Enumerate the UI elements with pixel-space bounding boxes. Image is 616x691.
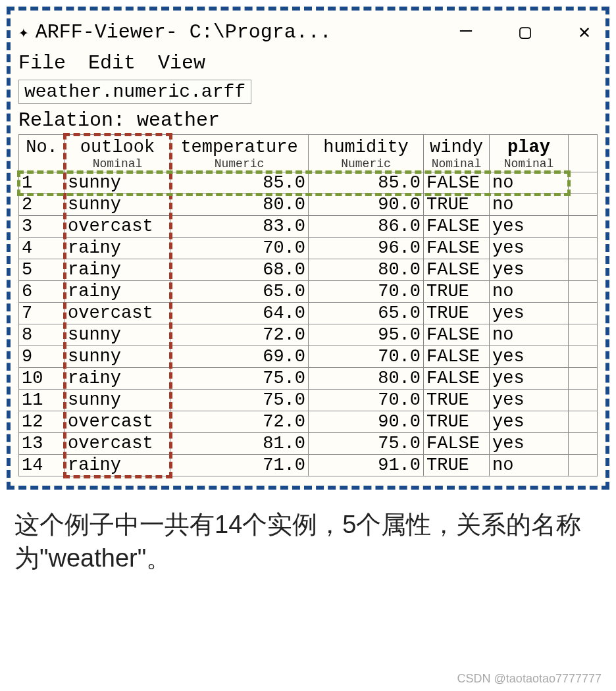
cell-spacer	[569, 324, 598, 346]
cell-temperature: 83.0	[170, 216, 309, 238]
table-row[interactable]: 7overcast64.065.0TRUEyes	[19, 303, 598, 324]
cell-play: no	[490, 172, 569, 194]
cell-spacer	[569, 411, 598, 433]
cell-temperature: 81.0	[170, 433, 309, 455]
cell-play: no	[490, 455, 569, 476]
cell-no: 10	[19, 368, 65, 390]
cell-temperature: 80.0	[170, 194, 309, 216]
cell-no: 7	[19, 303, 65, 324]
cell-outlook: overcast	[65, 216, 170, 238]
menu-file[interactable]: File	[18, 52, 66, 74]
watermark: CSDN @taotaotao7777777	[457, 672, 602, 686]
cell-humidity: 91.0	[309, 455, 424, 476]
cell-humidity: 65.0	[309, 303, 424, 324]
cell-no: 13	[19, 433, 65, 455]
cell-spacer	[569, 216, 598, 238]
table-row[interactable]: 5rainy68.080.0FALSEyes	[19, 259, 598, 281]
cell-spacer	[569, 259, 598, 281]
cell-windy: FALSE	[424, 238, 490, 259]
cell-no: 3	[19, 216, 65, 238]
cell-outlook: sunny	[65, 346, 170, 368]
cell-no: 6	[19, 281, 65, 303]
table-row[interactable]: 4rainy70.096.0FALSEyes	[19, 238, 598, 259]
cell-spacer	[569, 238, 598, 259]
cell-play: no	[490, 281, 569, 303]
cell-no: 4	[19, 238, 65, 259]
cell-play: yes	[490, 303, 569, 324]
cell-humidity: 86.0	[309, 216, 424, 238]
cell-temperature: 68.0	[170, 259, 309, 281]
cell-play: yes	[490, 259, 569, 281]
cell-no: 12	[19, 411, 65, 433]
col-header-temperature[interactable]: temperatureNumeric	[170, 135, 309, 172]
table-row[interactable]: 12overcast72.090.0TRUEyes	[19, 411, 598, 433]
window-frame: ✦ ARFF-Viewer- C:\Progra... — ▢ ✕ File E…	[7, 7, 609, 490]
menubar: File Edit View	[16, 51, 600, 78]
cell-temperature: 72.0	[170, 411, 309, 433]
cell-no: 14	[19, 455, 65, 476]
cell-windy: FALSE	[424, 433, 490, 455]
maximize-button[interactable]: ▢	[512, 20, 538, 44]
col-header-play[interactable]: playNominal	[490, 135, 569, 172]
close-button[interactable]: ✕	[571, 20, 598, 44]
cell-spacer	[569, 346, 598, 368]
cell-humidity: 90.0	[309, 194, 424, 216]
cell-windy: FALSE	[424, 324, 490, 346]
table-row[interactable]: 8sunny72.095.0FALSEno	[19, 324, 598, 346]
cell-temperature: 71.0	[170, 455, 309, 476]
cell-no: 5	[19, 259, 65, 281]
cell-humidity: 85.0	[309, 172, 424, 194]
cell-outlook: overcast	[65, 433, 170, 455]
col-header-humidity[interactable]: humidityNumeric	[309, 135, 424, 172]
menu-edit[interactable]: Edit	[88, 52, 136, 74]
cell-windy: FALSE	[424, 346, 490, 368]
cell-temperature: 70.0	[170, 238, 309, 259]
cell-outlook: sunny	[65, 324, 170, 346]
minimize-button[interactable]: —	[453, 20, 479, 44]
cell-windy: FALSE	[424, 172, 490, 194]
col-header-no[interactable]: No.	[19, 135, 65, 172]
titlebar[interactable]: ✦ ARFF-Viewer- C:\Progra... — ▢ ✕	[16, 16, 600, 51]
cell-windy: FALSE	[424, 368, 490, 390]
cell-play: yes	[490, 346, 569, 368]
table-row[interactable]: 1sunny85.085.0FALSEno	[19, 172, 598, 194]
cell-outlook: rainy	[65, 368, 170, 390]
file-tab[interactable]: weather.numeric.arff	[18, 80, 251, 104]
menu-view[interactable]: View	[158, 52, 205, 74]
cell-play: no	[490, 324, 569, 346]
cell-humidity: 96.0	[309, 238, 424, 259]
window-title: ARFF-Viewer- C:\Progra...	[36, 21, 332, 43]
cell-play: yes	[490, 390, 569, 411]
cell-windy: FALSE	[424, 259, 490, 281]
table-row[interactable]: 3overcast83.086.0FALSEyes	[19, 216, 598, 238]
table-row[interactable]: 10rainy75.080.0FALSEyes	[19, 368, 598, 390]
cell-temperature: 75.0	[170, 390, 309, 411]
cell-windy: TRUE	[424, 194, 490, 216]
cell-outlook: rainy	[65, 238, 170, 259]
table-row[interactable]: 6rainy65.070.0TRUEno	[19, 281, 598, 303]
cell-windy: TRUE	[424, 303, 490, 324]
cell-play: yes	[490, 411, 569, 433]
col-header-spacer	[569, 135, 598, 172]
data-table: No. outlookNominal temperatureNumeric hu…	[18, 134, 598, 476]
cell-temperature: 64.0	[170, 303, 309, 324]
table-row[interactable]: 9sunny69.070.0FALSEyes	[19, 346, 598, 368]
cell-humidity: 70.0	[309, 390, 424, 411]
cell-windy: TRUE	[424, 390, 490, 411]
table-row[interactable]: 14rainy71.091.0TRUEno	[19, 455, 598, 476]
tab-area: weather.numeric.arff	[16, 78, 600, 105]
cell-windy: FALSE	[424, 216, 490, 238]
cell-outlook: rainy	[65, 455, 170, 476]
data-table-wrap: No. outlookNominal temperatureNumeric hu…	[18, 134, 598, 476]
table-row[interactable]: 2sunny80.090.0TRUEno	[19, 194, 598, 216]
caption-text: 这个例子中一共有14个实例，5个属性，关系的名称为"weather"。	[0, 496, 616, 578]
col-header-windy[interactable]: windyNominal	[424, 135, 490, 172]
cell-spacer	[569, 194, 598, 216]
cell-no: 2	[19, 194, 65, 216]
cell-no: 1	[19, 172, 65, 194]
col-header-outlook[interactable]: outlookNominal	[65, 135, 170, 172]
table-row[interactable]: 13overcast81.075.0FALSEyes	[19, 433, 598, 455]
cell-outlook: rainy	[65, 259, 170, 281]
cell-outlook: sunny	[65, 172, 170, 194]
table-row[interactable]: 11sunny75.070.0TRUEyes	[19, 390, 598, 411]
